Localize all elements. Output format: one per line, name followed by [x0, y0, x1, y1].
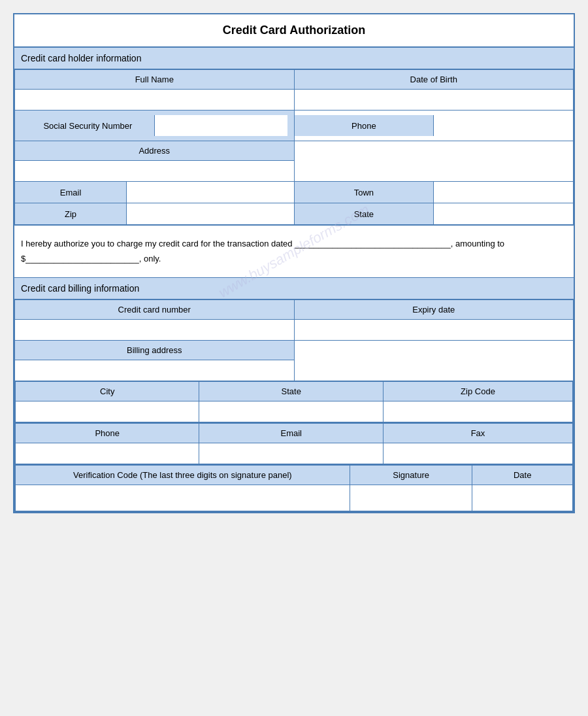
fax-input[interactable]: [383, 443, 572, 464]
expiry-label: Expiry date: [294, 299, 574, 319]
fax-label: Fax: [383, 423, 572, 443]
zip-label: Zip: [15, 203, 127, 224]
email-label: Email: [15, 182, 127, 203]
ssn-input[interactable]: [154, 115, 287, 136]
verification-code-input[interactable]: [16, 485, 350, 511]
address-label: Address: [15, 141, 295, 161]
billing-address-label: Billing address: [15, 340, 295, 360]
billing-info-header: Credit card billing information: [14, 278, 574, 299]
state-input[interactable]: [434, 203, 573, 224]
cc-number-label: Credit card number: [15, 299, 295, 319]
billing-email-label: Email: [199, 423, 383, 443]
billing-phone-label: Phone: [16, 423, 199, 443]
signature-input[interactable]: [350, 485, 472, 511]
phone-input[interactable]: [434, 115, 573, 136]
state-label: State: [295, 203, 434, 224]
form-container: Credit Card Authorization Credit card ho…: [13, 13, 575, 513]
full-name-label: Full Name: [15, 70, 295, 90]
dob-input[interactable]: [294, 90, 574, 111]
expiry-input[interactable]: [294, 319, 574, 340]
authorization-text: I hereby authorize you to charge my cred…: [14, 225, 574, 278]
address-input-left[interactable]: [15, 161, 295, 182]
town-input[interactable]: [434, 182, 573, 203]
billing-state-label: State: [199, 381, 383, 401]
billing-address-input-left[interactable]: [15, 360, 295, 381]
phone-label: Phone: [295, 115, 434, 136]
cc-number-input[interactable]: [15, 319, 295, 340]
billing-address-input-right[interactable]: [294, 340, 574, 381]
holder-table: Full Name Date of Birth Social Security …: [14, 69, 574, 225]
email-input[interactable]: [127, 182, 294, 203]
phone-inner: Phone: [295, 115, 574, 136]
full-name-input[interactable]: [15, 90, 295, 111]
billing-email-input[interactable]: [199, 443, 383, 464]
verification-code-label: Verification Code (The last three digits…: [16, 465, 350, 485]
ssn-phone-inner: Social Security Number: [22, 115, 287, 136]
date-label: Date: [472, 465, 573, 485]
ssn-label: Social Security Number: [22, 115, 154, 136]
date-final-input[interactable]: [472, 485, 573, 511]
zip-code-input[interactable]: [383, 401, 572, 422]
auth-text-content: I hereby authorize you to charge my cred…: [21, 239, 504, 264]
city-input[interactable]: [16, 401, 199, 422]
dob-label: Date of Birth: [294, 70, 574, 90]
zip-input[interactable]: [127, 203, 294, 224]
form-title: Credit Card Authorization: [14, 14, 574, 48]
billing-table: Credit card number Expiry date Billing a…: [14, 299, 574, 512]
city-label: City: [16, 381, 199, 401]
zip-code-label: Zip Code: [383, 381, 572, 401]
holder-info-header: Credit card holder information: [14, 48, 574, 69]
billing-phone-input[interactable]: [16, 443, 199, 464]
signature-label: Signature: [350, 465, 472, 485]
billing-state-input[interactable]: [199, 401, 383, 422]
town-label: Town: [295, 182, 434, 203]
address-input[interactable]: [294, 141, 574, 182]
